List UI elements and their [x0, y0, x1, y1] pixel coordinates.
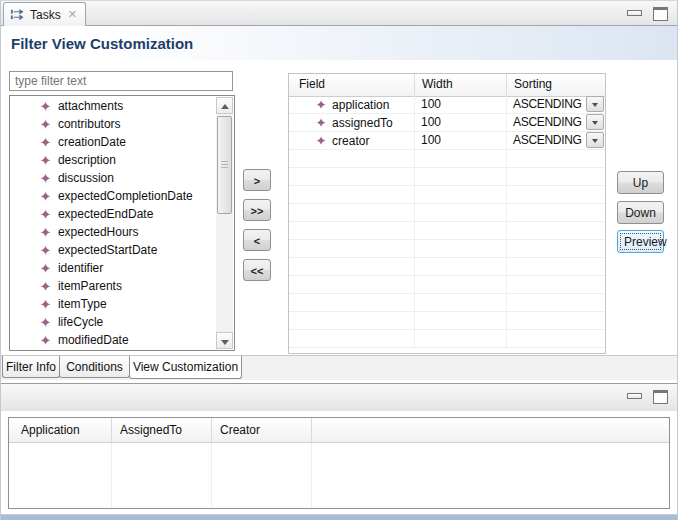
- column-header-width[interactable]: Width: [415, 74, 507, 95]
- minimize-icon[interactable]: [627, 393, 642, 399]
- down-button[interactable]: Down: [617, 201, 664, 224]
- preview-button[interactable]: Preview: [617, 230, 664, 253]
- preview-column-creator[interactable]: Creator: [212, 418, 312, 442]
- list-item[interactable]: ✦ itemParents: [11, 277, 216, 295]
- preview-column-assignedto[interactable]: AssignedTo: [112, 418, 212, 442]
- list-item-label: description: [58, 153, 116, 167]
- empty-table-row: [289, 240, 605, 258]
- list-item-label: contributors: [58, 117, 121, 131]
- preview-column-application[interactable]: Application: [9, 418, 112, 442]
- attribute-diamond-icon: ✦: [40, 334, 51, 347]
- preview-table-header: Application AssignedTo Creator: [9, 418, 669, 443]
- list-item[interactable]: ✦ contributors: [11, 115, 216, 133]
- empty-table-row: [289, 294, 605, 312]
- attribute-diamond-icon: ✦: [40, 136, 51, 149]
- bottom-tab-filter-info[interactable]: Filter Info: [2, 356, 60, 378]
- list-item-label: creationDate: [58, 135, 126, 149]
- preview-view-controls: [627, 390, 668, 404]
- sorting-cell: ASCENDING: [513, 133, 582, 147]
- empty-table-row: [289, 168, 605, 186]
- list-item[interactable]: ✦ modifiedDate: [11, 331, 216, 349]
- column-header-sorting[interactable]: Sorting: [507, 74, 605, 95]
- list-item[interactable]: ✦ identifier: [11, 259, 216, 277]
- maximize-icon[interactable]: [653, 7, 668, 21]
- tab-tasks-close-icon[interactable]: ✕: [68, 8, 77, 21]
- width-cell[interactable]: 100: [415, 114, 507, 131]
- list-item-label: discussion: [58, 171, 114, 185]
- list-scrollbar[interactable]: [216, 97, 233, 349]
- sorting-cell: ASCENDING: [513, 115, 582, 129]
- list-item[interactable]: ✦ creationDate: [11, 133, 216, 151]
- attribute-diamond-icon: ✦: [40, 118, 51, 131]
- width-cell[interactable]: 100: [415, 132, 507, 149]
- attribute-diamond-icon: ✦: [316, 135, 326, 147]
- add-field-button[interactable]: >: [243, 169, 271, 191]
- list-item[interactable]: ✦ itemType: [11, 295, 216, 313]
- filter-text-input[interactable]: [9, 71, 233, 91]
- add-all-fields-button[interactable]: >>: [243, 199, 271, 221]
- scroll-up-icon[interactable]: [216, 97, 233, 114]
- list-item[interactable]: ✦ description: [11, 151, 216, 169]
- preview-content: Application AssignedTo Creator: [1, 411, 677, 514]
- empty-table-row: [289, 330, 605, 348]
- list-item[interactable]: ✦ lifeCycle: [11, 313, 216, 331]
- table-row[interactable]: ✦ creator 100 ASCENDING: [289, 132, 605, 150]
- preview-table: Application AssignedTo Creator: [8, 417, 670, 509]
- list-item[interactable]: ✦ expectedStartDate: [11, 241, 216, 259]
- maximize-icon[interactable]: [653, 390, 668, 404]
- available-fields-listbox: ✦ attachments ✦ contributors ✦ creationD…: [9, 95, 235, 351]
- list-item-label: expectedCompletionDate: [58, 189, 193, 203]
- field-cell: application: [332, 98, 389, 112]
- empty-table-row: [289, 222, 605, 240]
- form-header: Filter View Customization: [1, 26, 677, 60]
- list-item[interactable]: ✦ discussion: [11, 169, 216, 187]
- tasks-view-controls: [627, 7, 668, 21]
- tasks-view-tabbar: Tasks ✕: [1, 1, 677, 26]
- bottom-tab-view-customization[interactable]: View Customization: [129, 356, 242, 379]
- window-bottom-border: [1, 514, 677, 520]
- list-item-label: expectedStartDate: [58, 243, 157, 257]
- list-item-label: itemParents: [58, 279, 122, 293]
- list-item[interactable]: ✦ expectedCompletionDate: [11, 187, 216, 205]
- sorting-dropdown-icon[interactable]: [586, 132, 604, 148]
- attribute-diamond-icon: ✦: [40, 262, 51, 275]
- scroll-down-icon[interactable]: [216, 332, 233, 349]
- scrollbar-thumb[interactable]: [217, 116, 232, 214]
- tab-tasks-label: Tasks: [30, 8, 61, 22]
- attribute-diamond-icon: ✦: [40, 154, 51, 167]
- attribute-diamond-icon: ✦: [40, 172, 51, 185]
- table-row[interactable]: ✦ application 100 ASCENDING: [289, 96, 605, 114]
- up-button[interactable]: Up: [617, 171, 664, 194]
- sorting-dropdown-icon[interactable]: [586, 114, 604, 130]
- empty-table-row: [289, 312, 605, 330]
- attribute-diamond-icon: ✦: [40, 208, 51, 221]
- attribute-diamond-icon: ✦: [40, 226, 51, 239]
- sorting-dropdown-icon[interactable]: [586, 96, 604, 112]
- tab-tasks[interactable]: Tasks ✕: [3, 2, 86, 26]
- list-item[interactable]: ✦ attachments: [11, 97, 216, 115]
- remove-field-button[interactable]: <: [243, 229, 271, 251]
- minimize-icon[interactable]: [627, 10, 642, 16]
- list-item-label: expectedHours: [58, 225, 139, 239]
- empty-table-row: [289, 204, 605, 222]
- list-item-label: attachments: [58, 99, 123, 113]
- attribute-diamond-icon: ✦: [40, 244, 51, 257]
- attribute-diamond-icon: ✦: [40, 190, 51, 203]
- remove-all-fields-button[interactable]: <<: [243, 259, 271, 281]
- list-item-label: itemType: [58, 297, 107, 311]
- column-header-field[interactable]: Field: [289, 74, 415, 95]
- list-item[interactable]: ✦ expectedHours: [11, 223, 216, 241]
- attribute-diamond-icon: ✦: [40, 100, 51, 113]
- bottom-tab-conditions[interactable]: Conditions: [59, 356, 130, 378]
- selected-fields-table: Field Width Sorting ✦ application 100 AS…: [288, 73, 606, 354]
- table-row[interactable]: ✦ assignedTo 100 ASCENDING: [289, 114, 605, 132]
- preview-view-tabbar: Filter View (Preview) ✕: [1, 383, 677, 411]
- empty-table-row: [289, 276, 605, 294]
- available-fields-list: ✦ attachments ✦ contributors ✦ creationD…: [11, 97, 216, 349]
- attribute-diamond-icon: ✦: [316, 117, 326, 129]
- list-item[interactable]: ✦ expectedEndDate: [11, 205, 216, 223]
- width-cell[interactable]: 100: [415, 96, 507, 113]
- bottom-tabbar: Filter Info Conditions View Customizatio…: [1, 355, 677, 380]
- list-item-label: modifiedDate: [58, 333, 129, 347]
- page-title: Filter View Customization: [1, 26, 677, 61]
